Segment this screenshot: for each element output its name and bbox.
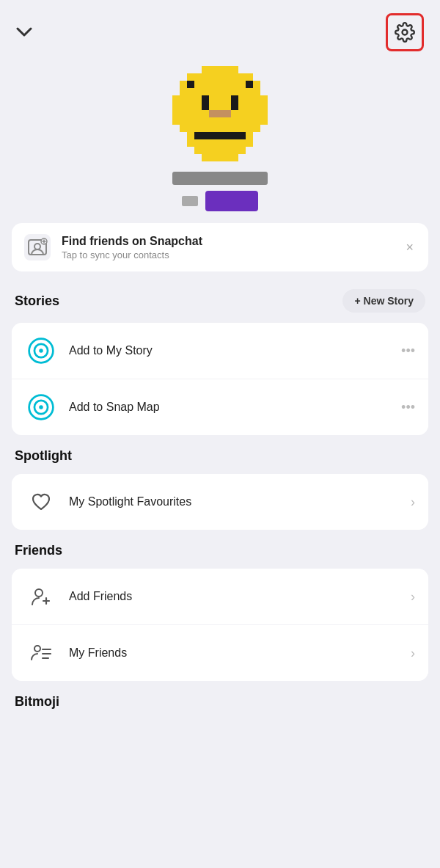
username-sub-purple <box>205 191 258 211</box>
new-story-label: + New Story <box>354 295 414 307</box>
spotlight-favourites-item[interactable]: My Spotlight Favourites › <box>12 474 428 530</box>
add-friends-item[interactable]: Add Friends › <box>12 569 428 624</box>
chevron-down-icon[interactable] <box>16 23 32 42</box>
my-friends-label: My Friends <box>69 646 399 660</box>
add-friends-icon <box>25 580 57 613</box>
stories-card-list: Add to My Story ••• Add to Snap Map ••• <box>12 323 428 435</box>
stories-section-header: Stories + New Story <box>0 285 440 320</box>
spotlight-favourites-label: My Spotlight Favourites <box>69 495 399 508</box>
spotlight-favourites-action[interactable]: › <box>411 495 415 510</box>
spotlight-section-header: Spotlight <box>0 444 440 471</box>
new-story-button[interactable]: + New Story <box>342 289 425 313</box>
stories-section-title: Stories <box>15 293 59 309</box>
friends-section-header: Friends <box>0 539 440 566</box>
username-sub-small <box>182 196 198 206</box>
username-sub-row <box>182 191 258 211</box>
find-friends-close-button[interactable]: × <box>403 237 417 258</box>
svg-point-0 <box>403 30 408 35</box>
gear-icon <box>395 22 415 43</box>
my-friends-item[interactable]: My Friends › <box>12 624 428 681</box>
friends-card-list: Add Friends › My Friends › <box>12 569 428 681</box>
spotlight-section-title: Spotlight <box>15 448 72 464</box>
find-friends-title: Find friends on Snapchat <box>62 235 392 248</box>
snap-map-action[interactable]: ••• <box>401 400 415 415</box>
spotlight-card-list: My Spotlight Favourites › <box>12 474 428 530</box>
find-friends-banner[interactable]: Find friends on Snapchat Tap to sync you… <box>12 223 428 271</box>
svg-point-7 <box>39 349 43 352</box>
svg-point-12 <box>34 646 40 652</box>
my-friends-action[interactable]: › <box>411 646 415 661</box>
bitmoji-section: Bitmoji <box>0 690 440 712</box>
add-friends-action[interactable]: › <box>411 589 415 605</box>
my-friends-icon <box>25 637 57 669</box>
username-bar <box>172 172 268 185</box>
add-to-my-story-item[interactable]: Add to My Story ••• <box>12 323 428 379</box>
bitmoji-section-title: Bitmoji <box>15 694 59 709</box>
add-to-snap-map-item[interactable]: Add to Snap Map ••• <box>12 379 428 435</box>
username-area <box>172 172 268 211</box>
avatar-section <box>0 66 440 211</box>
avatar-canvas <box>172 66 268 161</box>
snap-map-icon <box>25 391 57 423</box>
find-friends-text: Find friends on Snapchat Tap to sync you… <box>62 235 392 260</box>
svg-point-10 <box>39 405 43 409</box>
find-friends-subtitle: Tap to sync your contacts <box>62 249 392 260</box>
find-friends-icon <box>23 233 51 261</box>
my-story-action[interactable]: ••• <box>401 343 415 359</box>
friends-section-title: Friends <box>15 543 62 558</box>
heart-icon <box>25 486 57 518</box>
settings-button[interactable] <box>386 13 424 51</box>
my-story-label: Add to My Story <box>69 344 389 357</box>
avatar[interactable] <box>172 66 268 161</box>
my-story-icon <box>25 335 57 367</box>
add-friends-label: Add Friends <box>69 590 399 603</box>
svg-point-11 <box>35 589 43 597</box>
snap-map-label: Add to Snap Map <box>69 401 389 414</box>
top-bar <box>0 0 440 59</box>
